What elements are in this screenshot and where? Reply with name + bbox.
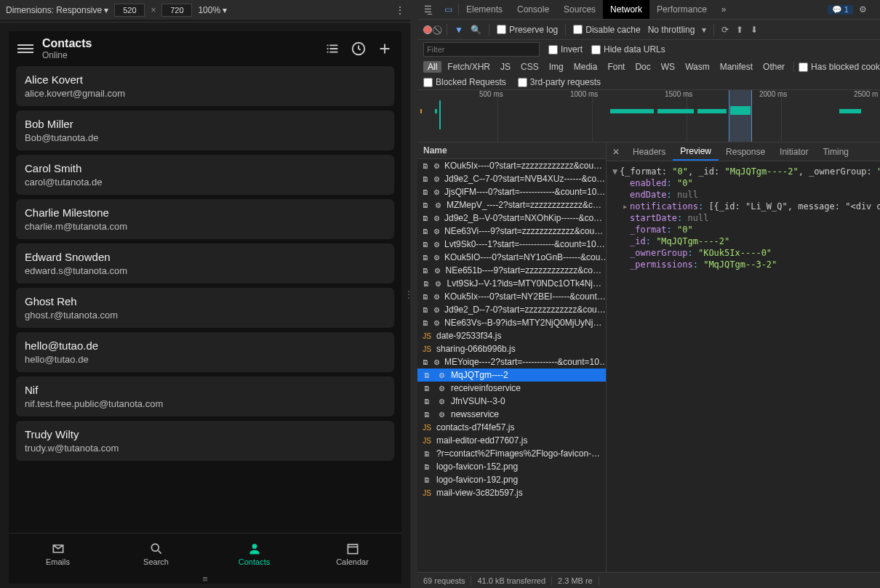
request-row[interactable]: 🗎logo-favicon-152.png (417, 460, 606, 473)
nav-search[interactable]: Search (107, 533, 205, 573)
tab-console[interactable]: Console (510, 0, 556, 19)
inspect-icon[interactable]: ☰̲ (417, 4, 438, 15)
filter-icon[interactable]: ▼ (455, 25, 463, 35)
preview-body[interactable]: ▼{_format: "0", _id: "MqJQTgm----2", _ow… (607, 161, 880, 572)
nav-calendar[interactable]: Calendar (303, 533, 401, 573)
tabs-overflow[interactable]: » (714, 0, 734, 19)
hamburger-icon[interactable] (17, 41, 33, 57)
contact-card[interactable]: Nifnif.test.free.public@tutanota.com (16, 376, 394, 416)
list-icon[interactable] (324, 41, 340, 57)
request-row[interactable]: 🗎⚙NEe63Vi----9?start=zzzzzzzzzzzz&cou… (417, 225, 606, 238)
name-column-header[interactable]: Name (417, 142, 606, 159)
drag-handle-icon[interactable]: ≡ (9, 573, 401, 584)
contacts-list[interactable]: Alice Kovertalice.kovert@gmail.comBob Mi… (9, 66, 401, 533)
network-timeline[interactable]: 500 ms 1000 ms 1500 ms 2000 ms 2500 m (417, 90, 880, 142)
search-icon[interactable]: 🔍 (471, 25, 481, 35)
detail-tab-timing[interactable]: Timing (815, 142, 856, 161)
pane-splitter[interactable]: ⋮⋮ (410, 0, 417, 588)
blocked-cookies-checkbox[interactable]: Has blocked cookies (799, 62, 880, 72)
nav-emails[interactable]: Emails (9, 533, 107, 573)
request-row[interactable]: 🗎⚙newsservice (417, 408, 606, 421)
type-filter-font[interactable]: Font (603, 61, 629, 73)
request-row[interactable]: JSmail-view-3c82b597.js (417, 486, 606, 499)
request-row[interactable]: 🗎⚙KOuk5Ix----0?start=zzzzzzzzzzzz&cou… (417, 159, 606, 172)
filter-input[interactable] (423, 42, 540, 57)
request-row[interactable]: 🗎⚙JjsQlFM----0?start=------------&count=… (417, 185, 606, 198)
type-filter-fetchxhr[interactable]: Fetch/XHR (443, 61, 495, 73)
request-row[interactable]: 🗎⚙KOuk5IO----0?start=NY1oGnB------&cou… (417, 251, 606, 264)
dimensions-dropdown[interactable]: Dimensions: Responsive ▾ (6, 5, 108, 15)
request-row[interactable]: 🗎⚙MqJQTgm----2 (417, 368, 606, 382)
record-button[interactable] (423, 25, 432, 34)
contact-card[interactable]: Edward Snowdenedward.s@tutanota.com (16, 243, 394, 283)
issues-badge[interactable]: 💬1 (828, 5, 853, 15)
request-row[interactable]: JSsharing-066b996b.js (417, 342, 606, 355)
invert-checkbox[interactable]: Invert (548, 44, 583, 55)
tab-elements[interactable]: Elements (459, 0, 510, 19)
request-row[interactable]: 🗎⚙Lvt9Sk0----1?start=------------&count=… (417, 238, 606, 251)
type-filter-js[interactable]: JS (496, 61, 515, 73)
width-input[interactable] (114, 4, 145, 17)
height-input[interactable] (161, 4, 192, 17)
throttling-caret-icon[interactable]: ▾ (702, 25, 706, 35)
preserve-log-checkbox[interactable]: Preserve log (497, 25, 558, 35)
type-filter-wasm[interactable]: Wasm (681, 61, 714, 73)
type-filter-all[interactable]: All (423, 61, 441, 73)
settings-icon[interactable]: ⚙ (853, 4, 873, 15)
request-row[interactable]: JSmail-editor-edd77607.js (417, 434, 606, 447)
tab-sources[interactable]: Sources (556, 0, 603, 19)
request-row[interactable]: 🗎⚙KOuk5Ix----0?start=NY2BEI------&count… (417, 290, 606, 303)
contact-card[interactable]: Ghost Rehghost.r@tutanota.com (16, 288, 394, 328)
detail-tab-headers[interactable]: Headers (625, 142, 673, 161)
type-filter-css[interactable]: CSS (516, 61, 543, 73)
detail-tab-preview[interactable]: Preview (673, 142, 719, 161)
type-filter-img[interactable]: Img (545, 61, 568, 73)
request-row[interactable]: 🗎⚙receiveinfoservice (417, 382, 606, 395)
zoom-dropdown[interactable]: 100% ▾ (198, 5, 227, 15)
request-row[interactable]: 🗎⚙NEe651b----9?start=zzzzzzzzzzzz&co… (417, 264, 606, 277)
add-icon[interactable] (377, 41, 393, 57)
import-har-icon[interactable]: ⬆ (736, 25, 743, 35)
request-row[interactable]: 🗎logo-favicon-192.png (417, 473, 606, 486)
contact-card[interactable]: Carol Smithcarol@tutanota.de (16, 155, 394, 195)
network-conditions-icon[interactable]: ⟳ (721, 25, 729, 35)
request-row[interactable]: 🗎?r=contact%2Fimages%2Flogo-favicon-… (417, 447, 606, 460)
request-row[interactable]: 🗎⚙MEYoiqe----2?start=------------&count=… (417, 355, 606, 368)
type-filter-other[interactable]: Other (759, 61, 789, 73)
hide-data-urls-checkbox[interactable]: Hide data URLs (591, 44, 665, 55)
type-filter-ws[interactable]: WS (657, 61, 679, 73)
detail-tab-initiator[interactable]: Initiator (772, 142, 815, 161)
contact-card[interactable]: Trudy Wiltytrudy.w@tutanota.com (16, 421, 394, 461)
request-row[interactable]: 🗎⚙MZMepV_----2?start=zzzzzzzzzzzz&c… (417, 198, 606, 212)
disable-cache-checkbox[interactable]: Disable cache (573, 25, 640, 35)
request-row[interactable]: 🗎⚙Jd9e2_D--7-0?start=zzzzzzzzzzzz&cou… (417, 303, 606, 316)
third-party-checkbox[interactable]: 3rd-party requests (518, 77, 601, 87)
export-har-icon[interactable]: ⬇ (751, 25, 758, 35)
contact-card[interactable]: Alice Kovertalice.kovert@gmail.com (16, 66, 394, 106)
request-row[interactable]: JScontacts-d7f4fe57.js (417, 421, 606, 434)
type-filter-media[interactable]: Media (569, 61, 602, 73)
request-list[interactable]: 🗎⚙KOuk5Ix----0?start=zzzzzzzzzzzz&cou…🗎⚙… (417, 159, 606, 572)
tab-performance[interactable]: Performance (649, 0, 714, 19)
device-toggle-icon[interactable]: ▭ (438, 4, 458, 15)
request-row[interactable]: 🗎⚙JfnVSUN--3-0 (417, 395, 606, 408)
type-filter-doc[interactable]: Doc (631, 61, 655, 73)
request-row[interactable]: 🗎⚙Jd9e2_B--V-0?start=NXOhKip------&co… (417, 212, 606, 225)
type-filter-manifest[interactable]: Manifest (716, 61, 757, 73)
more-icon[interactable]: ⋮ (396, 5, 404, 15)
request-row[interactable]: 🗎⚙Jd9e2_C--7-0?start=NVB4XUz------&co… (417, 172, 606, 185)
progress-icon[interactable] (351, 41, 367, 57)
tab-network[interactable]: Network (603, 0, 649, 19)
request-row[interactable]: 🗎⚙Lvt9SkJ--V-1?ids=MTY0NDc1OTk4Nj… (417, 277, 606, 290)
contact-card[interactable]: Bob MillerBob@tutanota.de (16, 110, 394, 150)
detail-tab-response[interactable]: Response (719, 142, 772, 161)
request-row[interactable]: 🗎⚙NEe63Vs--B-9?ids=MTY2NjQ0MjUyNj… (417, 316, 606, 329)
contact-card[interactable]: hello@tutao.dehello@tutao.de (16, 332, 394, 372)
contact-card[interactable]: Charlie Milestonecharlie.m@tutanota.com (16, 199, 394, 239)
nav-contacts[interactable]: Contacts (205, 533, 303, 573)
kebab-icon[interactable]: ⋮ (873, 4, 880, 15)
close-detail-icon[interactable]: ✕ (607, 147, 625, 157)
request-row[interactable]: JSdate-92533f34.js (417, 329, 606, 342)
blocked-requests-checkbox[interactable]: Blocked Requests (423, 77, 506, 87)
throttling-dropdown[interactable]: No throttling (648, 25, 695, 35)
